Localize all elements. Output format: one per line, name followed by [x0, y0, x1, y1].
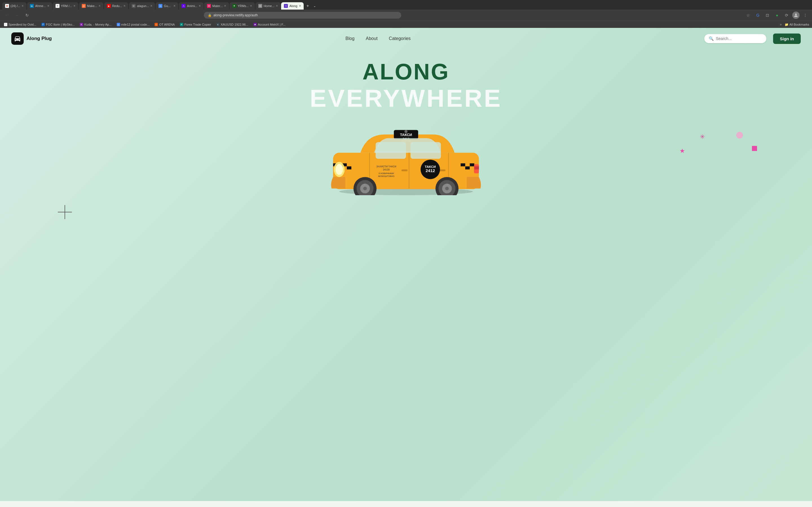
car-icon [14, 35, 21, 42]
tab-mater[interactable]: M Mater... × [204, 2, 229, 10]
tab-close-yrm[interactable]: × [73, 4, 75, 8]
tab-gu[interactable]: G Gu... × [156, 2, 178, 10]
tab-label-mater: Mater... [212, 4, 223, 8]
bookmarks-overflow-button[interactable]: » [780, 22, 782, 26]
google-extension-icon[interactable]: G [754, 11, 762, 19]
tab-close-animi[interactable]: × [199, 4, 201, 8]
svg-text:ТАКСИ: ТАКСИ [400, 133, 412, 137]
logo-icon [11, 33, 24, 45]
tab-home[interactable]: ⊙ Home... × [255, 2, 281, 10]
tab-label-linkedin: Ahme... [35, 4, 46, 8]
tab-overflow-button[interactable]: ⌄ [312, 3, 318, 9]
bookmark-fgc[interactable]: F FGC Ilorin | MySko... [40, 22, 76, 27]
tab-label-gmail: (24) /... [10, 4, 20, 8]
svg-text:2412: 2412 [425, 168, 435, 173]
logo-text: Along Plug [27, 36, 52, 41]
bookmark-account-metrix[interactable]: ◆ Account MetriX | F... [252, 22, 287, 27]
svg-point-8 [405, 130, 408, 133]
tab-label-yrms: YRMs... [238, 4, 249, 8]
deco-cross-icon [56, 204, 73, 221]
tab-close-make[interactable]: × [99, 4, 101, 8]
svg-rect-24 [347, 166, 351, 170]
tab-yrms[interactable]: ✦ YRMs... × [230, 2, 255, 10]
tab-along[interactable]: V Along × [281, 2, 304, 10]
svg-rect-10 [410, 142, 441, 159]
navbar: Along Plug Blog About Categories 🔍 Sign … [0, 28, 812, 49]
tab-close-redux[interactable]: × [123, 4, 125, 8]
hero-section: ALONG EVERYWHERE [0, 49, 812, 111]
tab-label-alagun: alagun... [137, 4, 149, 8]
svg-point-50 [445, 187, 449, 190]
svg-rect-20 [347, 163, 351, 166]
tab-alagun[interactable]: ⊙ alagun... × [129, 2, 155, 10]
signin-button[interactable]: Sign in [773, 34, 801, 44]
tab-label-gu: Gu... [164, 4, 172, 8]
tab-close-linkedin[interactable]: × [47, 4, 49, 8]
nav-link-blog[interactable]: Blog [345, 36, 354, 41]
page-content: Along Plug Blog About Categories 🔍 Sign … [0, 28, 812, 501]
green-extension-icon[interactable]: ● [773, 11, 781, 19]
bookmark-mile12[interactable]: G mile12 postal code... [116, 22, 151, 27]
tab-yrm[interactable]: Y YRM /... × [53, 2, 79, 10]
svg-rect-26 [465, 163, 470, 166]
tab-animi[interactable]: A Animi... × [179, 2, 204, 10]
tab-label-make: Make... [87, 4, 97, 8]
back-button[interactable]: ← [3, 11, 11, 19]
tab-close-yrms[interactable]: × [250, 4, 252, 8]
search-input[interactable] [716, 36, 762, 41]
nav-link-categories[interactable]: Categories [389, 36, 410, 41]
refresh-extension-icon[interactable]: ⟳ [783, 11, 791, 19]
hero-title-along: ALONG [6, 61, 806, 83]
tab-label-animi: Animi... [187, 4, 197, 8]
svg-rect-31 [470, 166, 474, 170]
bookmark-speedtest[interactable]: ⊙ Speedtest by Ookl... [3, 22, 38, 27]
bookmark-star-icon[interactable]: ☆ [744, 11, 752, 19]
reload-button[interactable]: ↻ [23, 11, 31, 19]
logo-area[interactable]: Along Plug [11, 33, 52, 45]
tab-label-home: Home... [264, 4, 274, 8]
tab-linkedin[interactable]: in Ahme... × [27, 2, 52, 10]
tab-close-alagun[interactable]: × [150, 4, 152, 8]
tab-close-gu[interactable]: × [173, 4, 175, 8]
bookmark-forex[interactable]: F Forex Trade Copier [179, 22, 212, 27]
bookmark-kuda[interactable]: K Kuda. - Money Ap... [79, 22, 113, 27]
tab-label-yrm: YRM /... [61, 4, 72, 8]
svg-rect-15 [439, 169, 446, 171]
all-bookmarks-button[interactable]: 📁 All Bookmarks [784, 23, 809, 26]
lock-icon: 🔒 [208, 13, 212, 17]
browser-toolbar: ← → ↻ 🔒 along-preview.netlify.app/auth ☆… [0, 10, 812, 21]
search-bar[interactable]: 🔍 [704, 34, 766, 43]
nav-links: Blog About Categories [345, 36, 410, 41]
svg-point-41 [336, 164, 343, 175]
svg-rect-30 [465, 166, 470, 170]
tab-label-along: Along [289, 4, 297, 8]
svg-point-0 [795, 13, 797, 15]
tab-bar: M (24) /... × in Ahme... × Y YRM /... × … [0, 0, 812, 10]
menu-icon[interactable]: ⋮ [801, 11, 809, 19]
svg-text:ЗАХИСТИ ТАКСИ: ЗАХИСТИ ТАКСИ [376, 165, 396, 168]
tab-close-mater[interactable]: × [224, 4, 226, 8]
tab-label-redux: Redu... [112, 4, 122, 8]
bookmark-ot-arena[interactable]: O OT ARENA [153, 22, 175, 27]
svg-rect-25 [461, 163, 465, 166]
browser-chrome: M (24) /... × in Ahme... × Y YRM /... × … [0, 0, 812, 28]
tab-close-gmail[interactable]: × [22, 4, 24, 8]
toolbar-right: ☆ G ⊡ ● ⟳ ⋮ [744, 11, 809, 19]
profile-avatar[interactable] [792, 11, 800, 19]
tab-redux[interactable]: ▶ Redu... × [104, 2, 128, 10]
new-tab-button[interactable]: + [304, 3, 311, 9]
tab-close-along[interactable]: × [299, 4, 301, 8]
svg-text:З НОВИНКАМИ: З НОВИНКАМИ [378, 172, 394, 175]
svg-rect-29 [461, 166, 465, 170]
svg-text:БЕЗКОШТОВНО: БЕЗКОШТОВНО [378, 175, 395, 177]
svg-rect-16 [333, 163, 479, 170]
nav-link-about[interactable]: About [366, 36, 377, 41]
forward-button[interactable]: → [13, 11, 21, 19]
camera-icon[interactable]: ⊡ [763, 11, 771, 19]
svg-rect-14 [402, 169, 408, 171]
tab-close-home[interactable]: × [276, 4, 278, 8]
tab-gmail[interactable]: M (24) /... × [2, 2, 27, 10]
bookmark-xauusd[interactable]: X XAUUSD 1922.96... [215, 22, 250, 27]
tab-make[interactable]: ◎ Make... × [79, 2, 103, 10]
address-bar[interactable]: 🔒 along-preview.netlify.app/auth [204, 12, 401, 18]
